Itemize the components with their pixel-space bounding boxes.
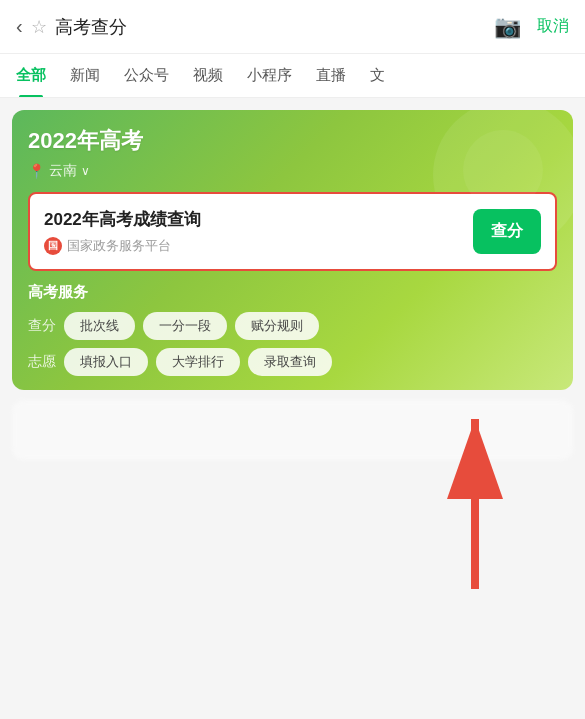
service-label-score: 查分 — [28, 317, 56, 335]
top-bar-left: ‹ ☆ 高考查分 — [16, 15, 127, 39]
top-bar-right: 📷 取消 — [494, 14, 569, 40]
services-row-2: 志愿 填报入口 大学排行 录取查询 — [28, 348, 557, 376]
service-tag-admission-query[interactable]: 录取查询 — [248, 348, 332, 376]
location-icon: 📍 — [28, 163, 45, 179]
query-button[interactable]: 查分 — [473, 209, 541, 254]
tab-video[interactable]: 视频 — [181, 54, 235, 98]
page-wrapper: ‹ ☆ 高考查分 📷 取消 全部 新闻 公众号 视频 小程序 直播 文 2022… — [0, 0, 585, 719]
service-label-volunteer: 志愿 — [28, 353, 56, 371]
camera-icon[interactable]: 📷 — [494, 14, 521, 40]
source-name: 国家政务服务平台 — [67, 237, 171, 255]
tab-article[interactable]: 文 — [358, 54, 397, 98]
query-card-left: 2022年高考成绩查询 国 国家政务服务平台 — [44, 208, 473, 255]
service-tag-score-segment[interactable]: 一分一段 — [143, 312, 227, 340]
main-content: 2022年高考 📍 云南 ∨ 2022年高考成绩查询 国 国家政务服务平台 查分 — [0, 98, 585, 472]
tab-news[interactable]: 新闻 — [58, 54, 112, 98]
services-section: 高考服务 查分 批次线 一分一段 赋分规则 志愿 填报入口 大学排行 录取查 — [28, 271, 557, 390]
services-title: 高考服务 — [28, 283, 557, 302]
tab-bar: 全部 新闻 公众号 视频 小程序 直播 文 — [0, 54, 585, 98]
banner-location[interactable]: 📍 云南 ∨ — [28, 162, 557, 180]
location-dropdown-icon: ∨ — [81, 164, 90, 178]
service-tag-grading-rules[interactable]: 赋分规则 — [235, 312, 319, 340]
service-tag-university-ranking[interactable]: 大学排行 — [156, 348, 240, 376]
location-name: 云南 — [49, 162, 77, 180]
top-bar: ‹ ☆ 高考查分 📷 取消 — [0, 0, 585, 54]
query-card-source: 国 国家政务服务平台 — [44, 237, 473, 255]
bottom-card — [12, 400, 573, 460]
back-icon[interactable]: ‹ — [16, 15, 23, 38]
tab-all[interactable]: 全部 — [4, 54, 58, 98]
query-card-title: 2022年高考成绩查询 — [44, 208, 473, 231]
query-card: 2022年高考成绩查询 国 国家政务服务平台 查分 — [28, 192, 557, 271]
tab-miniprogram[interactable]: 小程序 — [235, 54, 304, 98]
source-icon: 国 — [44, 237, 62, 255]
services-grid: 查分 批次线 一分一段 赋分规则 志愿 填报入口 大学排行 录取查询 — [28, 312, 557, 376]
services-row-1: 查分 批次线 一分一段 赋分规则 — [28, 312, 557, 340]
star-icon[interactable]: ☆ — [31, 16, 47, 38]
banner-title: 2022年高考 — [28, 126, 557, 156]
tab-official-account[interactable]: 公众号 — [112, 54, 181, 98]
service-tag-fill-entry[interactable]: 填报入口 — [64, 348, 148, 376]
page-title: 高考查分 — [55, 15, 127, 39]
cancel-button[interactable]: 取消 — [537, 16, 569, 37]
banner-card: 2022年高考 📍 云南 ∨ 2022年高考成绩查询 国 国家政务服务平台 查分 — [12, 110, 573, 390]
tab-live[interactable]: 直播 — [304, 54, 358, 98]
service-tag-batch[interactable]: 批次线 — [64, 312, 135, 340]
